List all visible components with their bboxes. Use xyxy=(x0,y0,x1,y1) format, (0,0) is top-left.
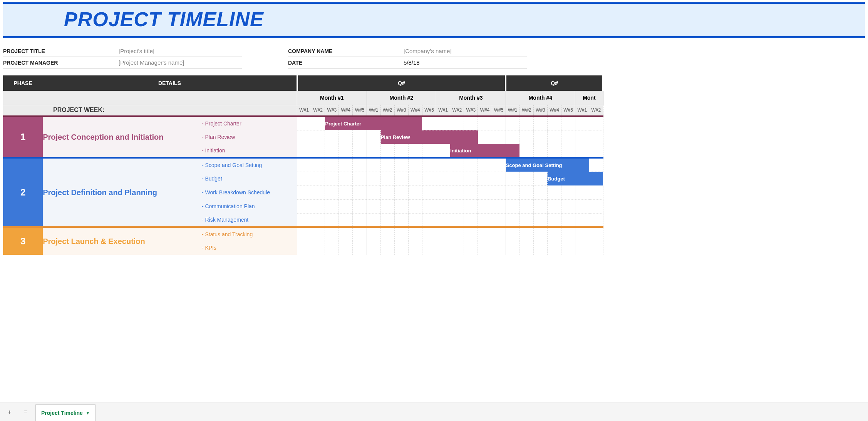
gantt-cell[interactable] xyxy=(311,199,325,213)
gantt-cell[interactable] xyxy=(450,241,464,255)
gantt-cell[interactable] xyxy=(353,144,367,158)
gantt-cell[interactable] xyxy=(353,199,367,213)
gantt-cell[interactable] xyxy=(367,241,380,255)
gantt-cell[interactable] xyxy=(353,130,367,144)
gantt-cell[interactable] xyxy=(339,158,353,172)
gantt-cell[interactable] xyxy=(478,199,492,213)
gantt-cell[interactable] xyxy=(367,158,380,172)
gantt-cell[interactable] xyxy=(547,213,561,227)
detail-item[interactable]: - Scope and Goal Setting xyxy=(202,158,297,172)
gantt-cell[interactable] xyxy=(325,241,339,255)
gantt-cell[interactable] xyxy=(561,185,575,199)
gantt-cell[interactable] xyxy=(478,185,492,199)
gantt-cell[interactable] xyxy=(394,144,408,158)
gantt-cell[interactable] xyxy=(589,116,603,130)
gantt-cell[interactable] xyxy=(478,158,492,172)
gantt-cell[interactable] xyxy=(422,116,436,130)
gantt-cell[interactable] xyxy=(353,227,367,241)
gantt-cell[interactable] xyxy=(547,227,561,241)
gantt-cell[interactable] xyxy=(422,227,436,241)
gantt-cell[interactable] xyxy=(408,241,422,255)
gantt-cell[interactable] xyxy=(394,213,408,227)
gantt-cell[interactable] xyxy=(561,199,575,213)
gantt-cell[interactable] xyxy=(422,185,436,199)
gantt-cell[interactable] xyxy=(311,227,325,241)
gantt-cell[interactable] xyxy=(353,185,367,199)
gantt-bar[interactable]: Initiation xyxy=(450,144,520,158)
detail-item[interactable]: - KPIs xyxy=(202,241,297,255)
gantt-cell[interactable] xyxy=(297,185,311,199)
gantt-cell[interactable] xyxy=(353,213,367,227)
gantt-cell[interactable] xyxy=(380,227,394,241)
gantt-cell[interactable] xyxy=(492,199,506,213)
detail-item[interactable]: - Communication Plan xyxy=(202,199,297,213)
gantt-cell[interactable] xyxy=(297,199,311,213)
detail-item[interactable]: - Work Breakdown Schedule xyxy=(202,185,297,199)
gantt-cell[interactable] xyxy=(506,227,519,241)
gantt-cell[interactable] xyxy=(380,158,394,172)
gantt-cell[interactable] xyxy=(408,227,422,241)
gantt-cell[interactable] xyxy=(589,241,603,255)
gantt-cell[interactable] xyxy=(450,172,464,185)
gantt-cell[interactable] xyxy=(533,227,547,241)
gantt-cell[interactable] xyxy=(464,158,478,172)
gantt-cell[interactable] xyxy=(380,172,394,185)
gantt-cell[interactable] xyxy=(561,144,575,158)
gantt-cell[interactable] xyxy=(325,185,339,199)
gantt-cell[interactable] xyxy=(506,130,519,144)
gantt-cell[interactable] xyxy=(533,116,547,130)
gantt-cell[interactable] xyxy=(380,241,394,255)
gantt-cell[interactable] xyxy=(339,241,353,255)
gantt-cell[interactable] xyxy=(325,158,339,172)
gantt-cell[interactable] xyxy=(422,199,436,213)
gantt-cell[interactable] xyxy=(394,241,408,255)
gantt-cell[interactable] xyxy=(436,116,450,130)
gantt-cell[interactable] xyxy=(297,116,311,130)
gantt-cell[interactable] xyxy=(367,144,380,158)
gantt-cell[interactable] xyxy=(464,227,478,241)
gantt-cell[interactable] xyxy=(519,213,533,227)
gantt-cell[interactable] xyxy=(367,172,380,185)
gantt-cell[interactable] xyxy=(478,116,492,130)
gantt-cell[interactable] xyxy=(519,130,533,144)
gantt-cell[interactable] xyxy=(519,116,533,130)
gantt-cell[interactable] xyxy=(506,199,519,213)
gantt-cell[interactable] xyxy=(311,172,325,185)
gantt-cell[interactable] xyxy=(575,130,589,144)
gantt-cell[interactable] xyxy=(533,241,547,255)
gantt-cell[interactable] xyxy=(464,116,478,130)
gantt-cell[interactable] xyxy=(436,213,450,227)
gantt-cell[interactable] xyxy=(492,241,506,255)
gantt-cell[interactable] xyxy=(367,213,380,227)
gantt-cell[interactable] xyxy=(422,144,436,158)
gantt-cell[interactable] xyxy=(450,158,464,172)
gantt-cell[interactable] xyxy=(408,185,422,199)
gantt-cell[interactable] xyxy=(408,199,422,213)
gantt-bar[interactable]: Project Charter xyxy=(325,116,422,130)
gantt-bar[interactable]: Budget xyxy=(547,172,603,185)
gantt-cell[interactable] xyxy=(547,199,561,213)
gantt-cell[interactable] xyxy=(394,199,408,213)
gantt-cell[interactable] xyxy=(492,172,506,185)
gantt-cell[interactable] xyxy=(589,158,603,172)
gantt-cell[interactable] xyxy=(394,227,408,241)
gantt-cell[interactable] xyxy=(561,130,575,144)
gantt-cell[interactable] xyxy=(450,185,464,199)
gantt-cell[interactable] xyxy=(325,144,339,158)
gantt-cell[interactable] xyxy=(561,227,575,241)
gantt-cell[interactable] xyxy=(492,213,506,227)
gantt-cell[interactable] xyxy=(506,116,519,130)
gantt-cell[interactable] xyxy=(422,172,436,185)
gantt-cell[interactable] xyxy=(367,185,380,199)
gantt-cell[interactable] xyxy=(519,144,533,158)
gantt-cell[interactable] xyxy=(478,130,492,144)
gantt-cell[interactable] xyxy=(464,199,478,213)
gantt-cell[interactable] xyxy=(367,199,380,213)
gantt-cell[interactable] xyxy=(339,172,353,185)
gantt-cell[interactable] xyxy=(533,130,547,144)
gantt-cell[interactable] xyxy=(339,185,353,199)
gantt-cell[interactable] xyxy=(297,241,311,255)
gantt-cell[interactable] xyxy=(325,130,339,144)
gantt-cell[interactable] xyxy=(506,172,519,185)
gantt-cell[interactable] xyxy=(561,241,575,255)
